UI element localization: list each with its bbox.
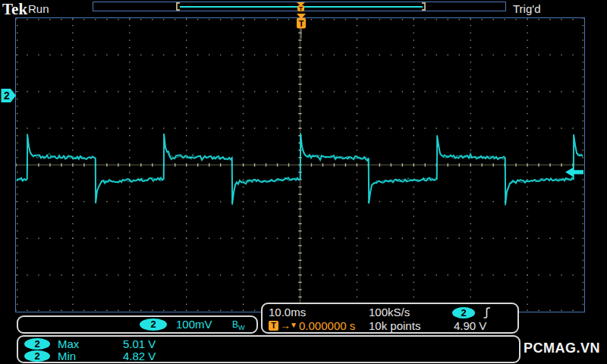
trigger-level-value: 4.90 V [454, 320, 486, 332]
bw-letter: B [232, 319, 238, 330]
trigger-mini-letter: T [299, 5, 303, 11]
trigger-delay-value: 0.000000 s [299, 320, 355, 332]
trigger-source-badge: 2 [452, 307, 475, 318]
measurements-box: 2 Max 5.01 V 2 Min 4.82 V [17, 335, 521, 363]
channel2-scale: 100mV [176, 318, 212, 331]
watermark: PCMAG.VN [524, 340, 600, 356]
channel2-position-marker-icon: 2 [1, 88, 17, 103]
channel2-readout-box: 2 100mV BW [17, 315, 258, 334]
trigger-delay-t-icon: T [269, 321, 278, 331]
channel2-position-label: 2 [4, 89, 10, 102]
measurement-channel-badge: 2 [24, 350, 50, 362]
trigger-marker-letter: T [299, 19, 304, 28]
tek-logo: Tek [2, 0, 27, 19]
measurement-value: 5.01 V [123, 338, 156, 350]
record-length: 10k points [369, 320, 420, 332]
oscilloscope-screen: Tek Run Trig'd T T 2 2 100mV BW 1 [0, 0, 607, 364]
measurement-name: Max [58, 338, 79, 350]
measurement-value: 4.82 V [123, 350, 156, 362]
measurement-channel-badge: 2 [24, 338, 50, 350]
waveform-display [16, 18, 584, 312]
channel2-badge: 2 [140, 318, 167, 331]
trigger-level-arrow-icon [565, 166, 584, 178]
trigger-position-mini-icon: T [295, 2, 307, 11]
trigger-slope-rising-icon [483, 306, 492, 319]
sample-rate: 100kS/s [369, 306, 410, 318]
trigger-delay-marker-icon: ▼ [290, 321, 297, 329]
trigger-position-marker-icon: T [294, 13, 309, 40]
graticule [15, 17, 585, 312]
measurement-name: Min [58, 350, 76, 362]
bandwidth-limit-indicator: BW [232, 319, 245, 331]
horizontal-trigger-readout-box: 10.0ms 100kS/s 2 T → ▼ 0.000000 s 10k po… [261, 303, 519, 334]
trigger-status: Trig'd [513, 2, 540, 15]
time-per-div: 10.0ms [269, 306, 306, 318]
bw-sub-letter: W [238, 324, 245, 331]
record-view-bar: T [93, 2, 506, 11]
acquisition-status: Run [28, 2, 49, 15]
trigger-arrow-icon: → [280, 319, 291, 331]
